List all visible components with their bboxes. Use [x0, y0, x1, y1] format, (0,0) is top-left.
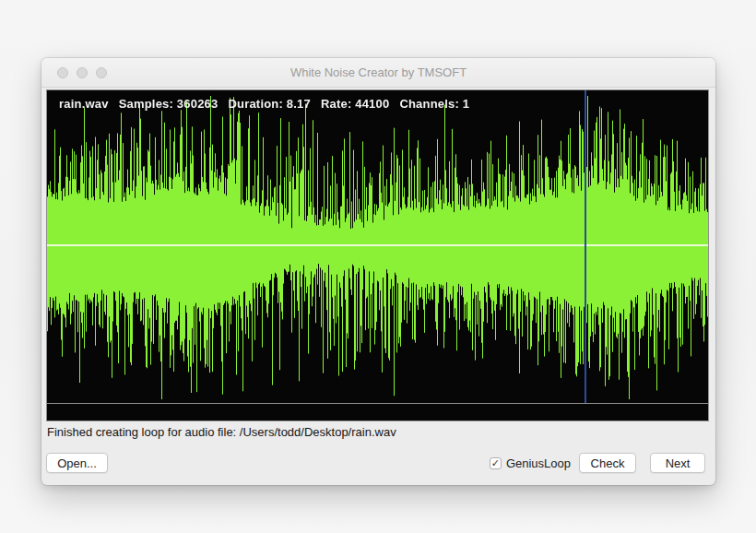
title-bar[interactable]: White Noise Creator by TMSOFT: [41, 58, 715, 88]
check-button[interactable]: Check: [579, 453, 636, 473]
waveform-display: rain.wav Samples: 360263 Duration: 8.17 …: [46, 89, 709, 421]
zoom-button[interactable]: [96, 67, 107, 78]
window-title: White Noise Creator by TMSOFT: [290, 65, 467, 79]
genius-loop-checkbox[interactable]: ✓: [490, 457, 502, 469]
app-window: White Noise Creator by TMSOFT rain.wav S…: [41, 58, 715, 485]
open-button[interactable]: Open...: [46, 453, 108, 473]
genius-loop-label[interactable]: GeniusLoop: [506, 456, 571, 470]
checkmark-icon: ✓: [491, 458, 500, 468]
status-message: Finished creating loop for audio file: /…: [47, 425, 396, 439]
next-button[interactable]: Next: [650, 453, 705, 473]
window-controls: [57, 67, 107, 78]
waveform-canvas[interactable]: [47, 90, 708, 420]
close-button[interactable]: [57, 67, 68, 78]
right-controls: ✓ GeniusLoop Check Next: [490, 453, 705, 473]
minimize-button[interactable]: [77, 67, 88, 78]
